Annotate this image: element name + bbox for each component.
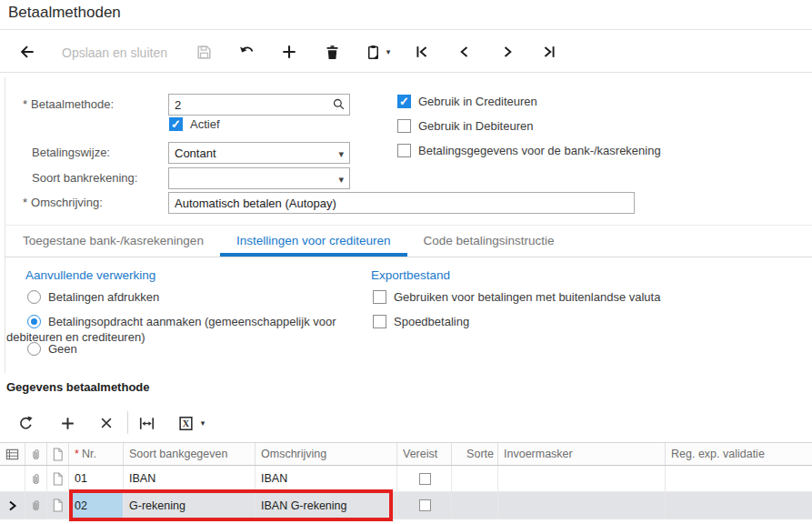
buitenlandse-valuta-checkbox[interactable] [373, 290, 386, 304]
grid-toolbar-divider [127, 411, 128, 434]
buitenlandse-valuta-label: Gebruiken voor betalingen met buitenland… [394, 290, 660, 304]
caret-down-icon: ▾ [338, 149, 344, 159]
radio-selected-icon[interactable] [27, 315, 41, 328]
cell-reg-exp-validatie[interactable] [666, 492, 812, 519]
go-previous-icon[interactable] [454, 41, 476, 63]
column-header-sortering[interactable]: Sorte [452, 443, 498, 465]
betaalmethode-label: *Betaalmethode: [23, 97, 114, 111]
go-next-icon[interactable] [496, 41, 518, 63]
toolbar-divider [0, 72, 812, 73]
betalingswijze-label: Betalingswijze: [32, 146, 110, 159]
radio-geen[interactable]: Geen [27, 342, 77, 356]
cell-nr[interactable]: 01 [69, 466, 124, 492]
soort-bankrekening-select[interactable]: ▾ [168, 167, 350, 189]
table-row-selected[interactable]: 02 G-rekening IBAN G-rekening [0, 492, 812, 519]
betalingsgegevens-row[interactable]: Betalingsgegevens voor de bank-/kasreken… [397, 144, 661, 157]
radio-betalingen-afdrukken[interactable]: Betalingen afdrukken [27, 290, 159, 304]
check-icon: ✓ [171, 117, 181, 131]
tab-code-betalingsinstructie[interactable]: Code betalingsinstructie [407, 226, 571, 257]
delete-icon[interactable] [321, 41, 343, 63]
grid-add-icon[interactable] [56, 412, 78, 434]
title-divider [0, 29, 812, 30]
paperclip-icon[interactable] [25, 466, 47, 492]
svg-text:X: X [182, 418, 189, 428]
cell-vereist[interactable] [397, 492, 452, 519]
required-marker: * [23, 196, 27, 209]
spoedbetaling-row[interactable]: Spoedbetaling [373, 315, 469, 328]
tab-toegestane-bankrekeningen[interactable]: Toegestane bank-/kasrekeningen [6, 226, 220, 257]
search-icon[interactable] [331, 96, 346, 112]
omschrijving-input[interactable] [168, 192, 635, 214]
column-header-reg-exp-validatie[interactable]: Reg. exp. validatie [666, 443, 812, 465]
cell-invoermasker[interactable] [498, 492, 666, 519]
column-header-invoermasker[interactable]: Invoermasker [498, 443, 666, 465]
gebruik-debiteuren-checkbox[interactable] [397, 119, 411, 133]
export-excel-icon[interactable]: X [175, 412, 196, 434]
undo-icon[interactable] [236, 41, 258, 63]
row-selector-cell[interactable] [0, 466, 25, 492]
soort-bankrekening-label: Soort bankrekening: [32, 171, 137, 185]
gebruik-debiteuren-row[interactable]: Gebruik in Debiteuren [397, 119, 533, 133]
back-icon[interactable] [16, 41, 38, 63]
aanvullende-verwerking-heading: Aanvullende verwerking [25, 268, 155, 282]
betalingsgegevens-checkbox[interactable] [397, 144, 411, 157]
clipboard-caret-icon[interactable]: ▾ [382, 41, 395, 63]
clipboard-icon[interactable] [362, 41, 384, 63]
note-icon[interactable] [47, 492, 69, 519]
caret-down-icon: ▾ [201, 419, 206, 428]
actief-checkbox[interactable]: ✓ [169, 117, 183, 131]
cell-sortering[interactable] [452, 492, 498, 519]
paperclip-icon[interactable] [25, 492, 47, 519]
caret-down-icon: ▾ [338, 175, 344, 185]
grid-delete-row-icon[interactable] [95, 412, 117, 434]
export-caret-icon[interactable]: ▾ [196, 412, 209, 434]
betalingswijze-value: Contant [175, 146, 216, 160]
radio-icon[interactable] [27, 342, 41, 356]
omschrijving-label: *Omschrijving: [23, 196, 103, 209]
betalingswijze-select[interactable]: Contant ▾ [168, 142, 350, 164]
cell-omschrijving[interactable]: IBAN [256, 466, 397, 492]
actief-checkbox-row[interactable]: ✓ Actief [169, 117, 220, 131]
save-icon[interactable] [193, 41, 215, 63]
tab-instellingen-crediteuren[interactable]: Instellingen voor crediteuren [220, 226, 407, 257]
table-row[interactable]: 01 IBAN IBAN [0, 466, 812, 492]
add-icon[interactable] [278, 41, 300, 63]
cell-soort-bankgegeven[interactable]: IBAN [124, 466, 256, 492]
column-header-soort-bankgegeven[interactable]: Soort bankgegeven [124, 443, 256, 465]
required-marker: * [75, 448, 79, 460]
check-icon: ✓ [399, 95, 409, 108]
refresh-icon[interactable] [15, 412, 36, 434]
radio-betalingsopdracht-aanmaken[interactable]: Betalingsopdracht aanmaken (gemeenschapp… [6, 315, 374, 345]
save-and-close-button[interactable]: Opslaan en sluiten [62, 45, 167, 60]
cell-vereist[interactable] [397, 466, 452, 492]
go-first-icon[interactable] [411, 41, 433, 63]
betaalmethode-input[interactable] [168, 94, 350, 116]
grid-title: Gegevens betaalmethode [6, 380, 150, 394]
radio-icon[interactable] [27, 290, 41, 304]
fit-width-icon[interactable] [135, 412, 157, 434]
vereist-checkbox[interactable] [419, 473, 431, 485]
column-header-omschrijving[interactable]: Omschrijving [256, 443, 397, 465]
column-header-vereist[interactable]: Vereist [397, 443, 452, 465]
gebruik-crediteuren-row[interactable]: ✓ Gebruik in Crediteuren [397, 95, 537, 108]
cell-soort-bankgegeven[interactable]: G-rekening [124, 492, 256, 519]
grid-header-row: *Nr. Soort bankgegeven Omschrijving Vere… [0, 442, 812, 466]
gebruik-crediteuren-checkbox[interactable]: ✓ [397, 95, 411, 108]
vereist-checkbox[interactable] [419, 499, 431, 511]
note-icon[interactable] [47, 443, 69, 465]
go-last-icon[interactable] [538, 41, 560, 63]
caret-down-icon: ▾ [386, 48, 391, 56]
spoedbetaling-checkbox[interactable] [373, 315, 386, 328]
column-header-nr[interactable]: *Nr. [69, 443, 124, 465]
gebruik-debiteuren-label: Gebruik in Debiteuren [418, 119, 533, 133]
note-icon[interactable] [47, 466, 69, 492]
cell-sortering[interactable] [452, 466, 498, 492]
cell-omschrijving[interactable]: IBAN G-rekening [256, 492, 397, 519]
gebruik-crediteuren-label: Gebruik in Crediteuren [418, 95, 537, 108]
row-settings-icon[interactable] [0, 443, 25, 465]
cell-reg-exp-validatie[interactable] [666, 466, 812, 492]
paperclip-icon[interactable] [25, 443, 47, 465]
buitenlandse-valuta-row[interactable]: Gebruiken voor betalingen met buitenland… [373, 290, 660, 304]
cell-invoermasker[interactable] [498, 466, 666, 492]
cell-nr-selected[interactable]: 02 [69, 492, 124, 519]
